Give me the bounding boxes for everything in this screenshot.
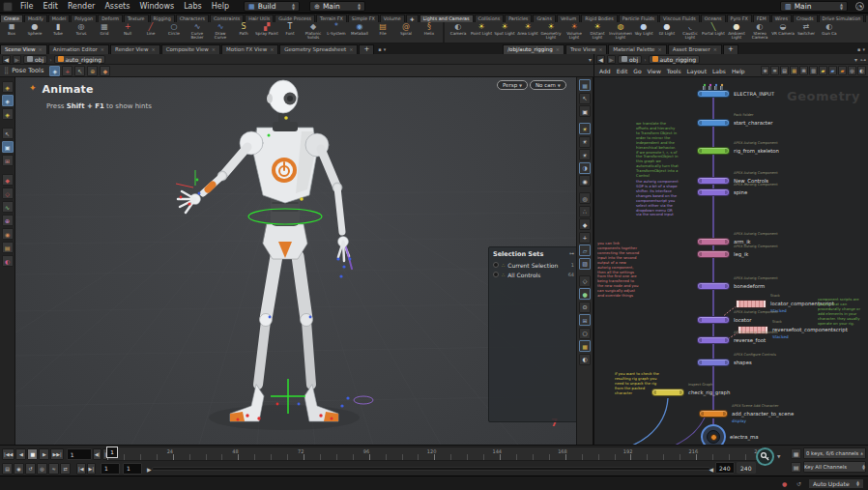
snapshot-icon[interactable]: ◐	[579, 354, 591, 365]
timeline-playhead[interactable]: 1	[106, 447, 118, 458]
node-electra-input[interactable]: ELECTRA_INPUT	[697, 90, 730, 98]
shelf-tab-constraints[interactable]: Constraints	[210, 14, 244, 22]
keys-summary-button[interactable]: 0 keys, 6/6 channels▲	[803, 447, 866, 459]
pose-wrench-tool-icon[interactable]: ⊕	[87, 66, 98, 76]
shelf-tab-guide-process[interactable]: Guide Process	[275, 14, 315, 22]
shelf-tool-sky-light[interactable]: ●Sky Light	[632, 22, 655, 43]
motion-trail-icon[interactable]: ∿	[2, 201, 14, 213]
info-icon[interactable]: ○	[579, 328, 591, 339]
isolate-icon[interactable]: ⊙	[579, 302, 591, 313]
network-list-icon[interactable]: ▤	[780, 66, 789, 75]
close-tab-icon[interactable]: ×	[212, 45, 216, 54]
node-locator[interactable]: APEX Autorig Componentlocator	[697, 316, 730, 324]
shelf-tool-ambient-light[interactable]: ●Ambient Light	[725, 22, 748, 43]
lock-view-icon[interactable]: ▣	[579, 105, 591, 117]
stop-button[interactable]: ■	[27, 448, 38, 460]
pane-tab-tree-view[interactable]: Tree View×	[565, 44, 607, 54]
integer-frames-icon[interactable]: ⇄	[60, 463, 71, 475]
network-editor[interactable]: Geometry ELECTRA_INPUTPack Folderstart_c…	[593, 77, 868, 445]
close-tab-icon[interactable]: ×	[349, 45, 353, 54]
close-tab-icon[interactable]: ×	[151, 45, 155, 54]
close-tab-icon[interactable]: ×	[556, 45, 560, 54]
network-snapshot-icon[interactable]: ◐	[857, 66, 866, 75]
shelf-tab-polygon[interactable]: Polygon	[71, 14, 97, 22]
headlight-icon[interactable]: ☀	[579, 123, 591, 134]
close-tab-icon[interactable]: ×	[713, 45, 717, 54]
shelf-tab-modify[interactable]: Modify	[24, 14, 47, 22]
add-shelf-tab-button[interactable]: +	[406, 14, 419, 22]
visibility-toggle-icon[interactable]	[493, 272, 499, 277]
shelf-tool-point-light[interactable]: ☀Point Light	[470, 22, 493, 43]
shelf-tab-terrain-fx[interactable]: Terrain FX	[316, 14, 347, 22]
network-menu-labs[interactable]: Labs	[709, 68, 729, 74]
shelf-tool-draw-curve[interactable]: ∿Draw Curve	[209, 22, 232, 43]
set-key-icon[interactable]: ◆	[2, 174, 14, 186]
shelf-tab-oceans[interactable]: Oceans	[701, 14, 726, 22]
selection-sets-panel[interactable]: Selection Sets ⊶ ∴Current Selection1∴All…	[488, 246, 576, 422]
menu-assets[interactable]: Assets	[100, 2, 134, 11]
close-tab-icon[interactable]: ×	[598, 45, 602, 54]
view-options-icon[interactable]: ⊞	[579, 314, 591, 326]
error-log-icon[interactable]: ●	[779, 478, 790, 489]
secure-selection-icon[interactable]: ▣	[2, 141, 14, 153]
breadcrumb-node[interactable]: auto_rigging	[649, 55, 701, 64]
view-selector[interactable]: ⊕ Main	[309, 1, 365, 12]
node-new-controls[interactable]: APEX Autorig ComponentNew_Controls	[697, 177, 730, 185]
node-rig-from-skeleton[interactable]: APEX Autorig Componentrig_from_skeleton	[697, 147, 730, 155]
pane-tab-obj-auto-rigging[interactable]: /obj/auto_rigging×	[503, 44, 564, 54]
node-locator-componentscript[interactable]: Stacklocator_componentscriptStacked	[736, 300, 767, 308]
network-sticky-note-4[interactable]: if you want to check the resulting rig g…	[615, 372, 663, 396]
shelf-tool-grid[interactable]: ▦Grid	[93, 22, 116, 43]
shelf-tool-null[interactable]: +Null	[116, 22, 139, 43]
playback-end-field[interactable]: 240	[715, 462, 735, 474]
scene-selector[interactable]: ▦ Build	[244, 1, 300, 12]
add-pane-tab-button[interactable]: +	[359, 44, 374, 54]
global-animation-options-icon[interactable]: ▤	[2, 463, 13, 475]
menu-edit[interactable]: Edit	[38, 2, 63, 11]
close-tab-icon[interactable]: ×	[101, 45, 104, 54]
pane-tab-render-view[interactable]: Render View×	[110, 44, 160, 54]
pane-tab-motion-fx-view[interactable]: Motion FX View×	[221, 44, 278, 54]
wireframe-icon[interactable]: ◇	[579, 275, 591, 287]
shelf-tab-create[interactable]: Create	[0, 14, 23, 22]
prims-display-icon[interactable]: ◆	[579, 218, 591, 230]
shelf-tool-platonic-solids[interactable]: ◆Platonic Solids	[302, 22, 325, 43]
pane-tab-asset-browser[interactable]: Asset Browser×	[668, 44, 722, 54]
pane-tab-geometry-spreadsheet[interactable]: Geometry Spreadsheet×	[279, 44, 358, 54]
shelf-tool-portal-light[interactable]: ╲Portal Light	[702, 22, 725, 43]
shelf-tab-rigid-bodies[interactable]: Rigid Bodies	[581, 14, 618, 22]
shelf-tool-vr-camera[interactable]: ◒VR Camera	[771, 22, 795, 43]
forward-arrow-icon[interactable]: ▶	[607, 55, 616, 64]
shelf-tool-volume-light[interactable]: ☀Volume Light	[563, 22, 586, 43]
shelf-tool-camera[interactable]: ◐Camera	[447, 22, 470, 43]
breadcrumb-root[interactable]: obj	[23, 55, 47, 64]
network-sticky-note-5[interactable]: component scripts are graphs that can pr…	[818, 298, 866, 327]
playback-start-field[interactable]: 1	[123, 463, 142, 475]
shelf-tab-rigging[interactable]: Rigging	[150, 14, 175, 22]
shelf-tool-box[interactable]: ◼Box	[0, 22, 23, 43]
timeline-ruler[interactable]: 24487296120144168192216240	[106, 447, 762, 461]
shadows-icon[interactable]: ◑	[579, 162, 591, 174]
node-reverse-foot[interactable]: APEX Autorig Componentreverse_foot	[697, 336, 730, 344]
pane-tab-animation-editor[interactable]: Animation Editor×	[48, 44, 109, 54]
shelf-tab-particle-fluids[interactable]: Particle Fluids	[619, 14, 658, 22]
network-dots-icon[interactable]: ▰	[838, 66, 847, 75]
forward-arrow-icon[interactable]: ▶	[13, 55, 21, 64]
range-start-field[interactable]: 1	[101, 463, 120, 475]
range-end-field[interactable]: 240	[737, 462, 756, 474]
remove-key-icon[interactable]: ◇	[2, 187, 14, 199]
simulation-toggle-icon[interactable]: ≈	[48, 463, 59, 475]
pose-edit-tool-icon[interactable]: ◈	[49, 66, 60, 76]
selection-set-all-controls[interactable]: ∴All Controls64	[489, 270, 576, 279]
range-end-handle[interactable]: ◀	[709, 466, 713, 473]
shelf-tool-font[interactable]: TFont	[278, 22, 302, 43]
network-palette-icon[interactable]: ▦	[790, 66, 798, 75]
playback-range-slider[interactable]: ▶ ◀	[152, 467, 710, 471]
toolbar-handle-icon[interactable]: ⣿	[4, 67, 8, 74]
shelf-tool-tube[interactable]: ▮Tube	[46, 22, 70, 43]
close-tab-icon[interactable]: ×	[657, 45, 661, 54]
shelf-tool-helix[interactable]: §Helix	[418, 22, 441, 43]
snap-mode-icon[interactable]: ◎	[579, 192, 591, 204]
shelf-tab-vellum[interactable]: Vellum	[557, 14, 580, 22]
set-key-button[interactable]	[756, 447, 774, 466]
